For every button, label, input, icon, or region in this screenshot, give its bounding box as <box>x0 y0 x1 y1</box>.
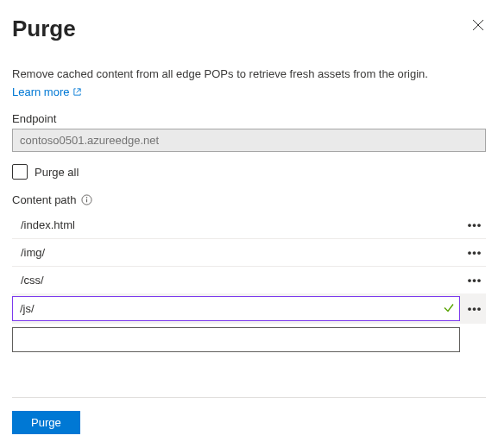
external-link-icon <box>72 87 82 97</box>
path-input[interactable] <box>12 296 460 321</box>
path-row-editing: ••• <box>12 293 486 324</box>
page-title: Purge <box>12 16 76 42</box>
path-value[interactable]: /img/ <box>12 239 463 266</box>
path-row: /img/ ••• <box>12 239 486 267</box>
purge-all-label: Purge all <box>35 166 79 179</box>
purge-all-checkbox[interactable] <box>12 164 28 180</box>
path-value[interactable]: /index.html <box>12 211 463 238</box>
divider <box>12 397 486 398</box>
path-more-button[interactable]: ••• <box>463 243 486 262</box>
content-path-list: /index.html ••• /img/ ••• /css/ ••• ••• <box>12 211 486 352</box>
endpoint-input <box>12 129 486 152</box>
info-icon[interactable] <box>81 194 92 205</box>
path-value[interactable]: /css/ <box>12 267 463 293</box>
learn-more-link[interactable]: Learn more <box>12 85 82 98</box>
endpoint-label: Endpoint <box>12 112 486 125</box>
purge-button[interactable]: Purge <box>12 411 80 434</box>
path-row: /css/ ••• <box>12 267 486 293</box>
path-more-button[interactable]: ••• <box>463 215 486 235</box>
path-row-blank <box>12 327 486 352</box>
path-more-button[interactable]: ••• <box>463 299 486 319</box>
svg-point-1 <box>86 197 87 198</box>
path-more-button[interactable]: ••• <box>463 270 486 290</box>
path-input-blank[interactable] <box>12 327 460 352</box>
description-text: Remove cached content from all edge POPs… <box>12 66 486 82</box>
close-icon <box>472 19 484 31</box>
learn-more-label: Learn more <box>12 85 69 98</box>
close-button[interactable] <box>470 17 486 35</box>
content-path-label: Content path <box>12 193 76 206</box>
checkmark-icon <box>443 301 455 316</box>
path-row: /index.html ••• <box>12 211 486 239</box>
